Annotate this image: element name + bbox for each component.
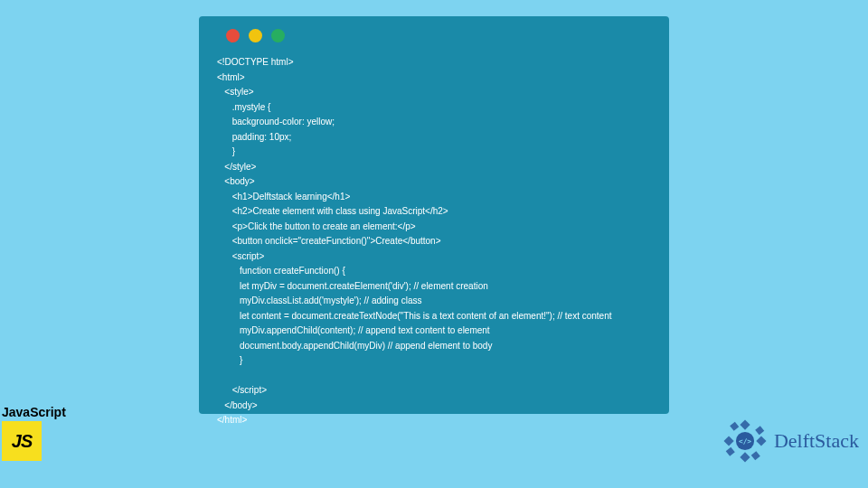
window-controls — [226, 29, 651, 42]
javascript-label: JavaScript — [2, 405, 66, 419]
code-window: <!DOCTYPE html> <html> <style> .mystyle … — [199, 16, 669, 414]
javascript-badge: JavaScript JS — [2, 405, 66, 461]
close-dot-icon[interactable] — [226, 29, 240, 42]
minimize-dot-icon[interactable] — [249, 29, 262, 42]
javascript-logo-icon: JS — [2, 421, 42, 461]
delftstack-logo-icon: </> — [720, 416, 770, 466]
maximize-dot-icon[interactable] — [271, 29, 285, 42]
svg-text:</>: </> — [739, 437, 751, 446]
code-content: <!DOCTYPE html> <html> <style> .mystyle … — [217, 55, 651, 428]
javascript-logo-text: JS — [12, 431, 32, 452]
delftstack-badge: </> DelftStack — [720, 416, 859, 466]
delftstack-text: DelftStack — [774, 429, 859, 453]
